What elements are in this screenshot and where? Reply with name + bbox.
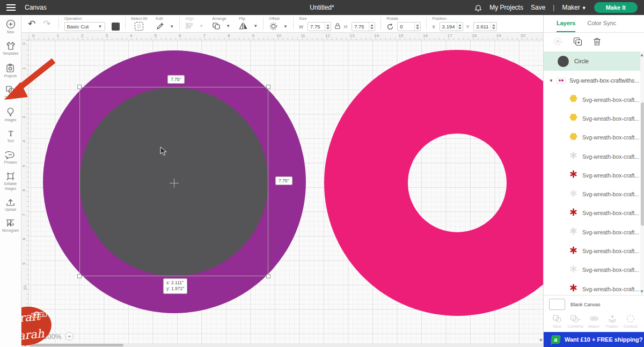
rotate-icon[interactable]: [386, 23, 394, 31]
sidebar-item-images[interactable]: Images: [5, 107, 16, 122]
width-stepper[interactable]: [325, 23, 331, 31]
my-projects-link[interactable]: My Projects: [489, 4, 523, 11]
edit-button[interactable]: [156, 22, 164, 31]
sidebar-item-label: Upload: [5, 208, 16, 212]
layer-row[interactable]: Svg-wreath-box-craft...: [544, 279, 644, 295]
layer-row[interactable]: Svg-wreath-box-craft...: [544, 90, 644, 109]
panel-scrollbar[interactable]: ▲ ▼: [640, 51, 644, 295]
position-y-stepper[interactable]: [491, 23, 496, 31]
position-y-field[interactable]: 2.611: [473, 22, 497, 31]
chevron-down-icon[interactable]: ▼: [283, 24, 288, 29]
ruler-top: 01234567891011121314151617181920: [29, 33, 543, 40]
select-all-label: Select All: [131, 16, 148, 21]
selection-handle-bottom-left[interactable]: [77, 274, 82, 278]
layer-row[interactable]: Svg-wreath-box-craft...: [544, 166, 644, 184]
selection-width-badge: 7.75": [167, 75, 185, 84]
duplicate-icon[interactable]: [573, 37, 582, 48]
delete-trash-icon[interactable]: [593, 37, 601, 48]
layer-row[interactable]: Svg-wreath-box-craft...: [544, 241, 644, 260]
selection-handle-top-right[interactable]: [266, 85, 270, 89]
undo-icon[interactable]: ↶: [28, 18, 35, 29]
sidebar-item-upload[interactable]: Upload: [5, 198, 16, 212]
zoom-in-icon[interactable]: +: [65, 332, 74, 341]
layer-row[interactable]: Svg-wreath-box-craft...: [544, 261, 644, 279]
horizontal-scroll-thumb[interactable]: [30, 344, 123, 346]
panel-scroll-thumb[interactable]: [641, 102, 644, 226]
panel-scroll-down-arrow[interactable]: ▼: [640, 289, 644, 294]
operation-dropdown[interactable]: Basic Cut▼: [64, 22, 105, 31]
layers-panel: Layers Color Sync Circle ▼ Svg-wreath-bo…: [543, 15, 644, 347]
flip-button[interactable]: [239, 22, 248, 30]
machine-selector[interactable]: Maker▼: [562, 4, 586, 11]
attach-icon: [589, 314, 599, 323]
make-it-button[interactable]: Make It: [594, 2, 638, 13]
lock-icon[interactable]: [334, 23, 341, 31]
color-swatch[interactable]: [112, 23, 120, 31]
chevron-down-icon: ▼: [98, 24, 103, 29]
offset-icon: [269, 22, 278, 31]
ruler-number: 4: [21, 140, 26, 142]
ruler-number: 8: [21, 238, 26, 240]
layer-row[interactable]: Svg-wreath-box-craft...: [544, 128, 644, 147]
edit-label: Edit: [156, 16, 174, 21]
blank-canvas-row[interactable]: Blank Canvas: [544, 295, 644, 313]
align-label: Align: [185, 16, 203, 21]
ruler-number: 19: [496, 33, 501, 38]
position-x-stepper[interactable]: [457, 23, 463, 31]
chevron-down-icon[interactable]: ▼: [170, 24, 174, 29]
layer-row[interactable]: Svg-wreath-box-craft...: [544, 109, 644, 128]
red-star-flower-icon: [569, 170, 577, 180]
horizontal-scrollbar[interactable]: [21, 343, 543, 347]
sidebar-item-projects[interactable]: Projects: [4, 63, 17, 78]
width-field[interactable]: 7.75: [308, 22, 331, 31]
flip-label: Flip: [239, 16, 258, 21]
pink-donut-shape[interactable]: [324, 50, 543, 316]
sidebar-item-new[interactable]: New: [6, 19, 16, 34]
gray-star-flower-icon: [569, 227, 577, 237]
layer-row[interactable]: Svg-wreath-box-craft...: [544, 147, 644, 166]
promo-banner[interactable]: a Want £10 + FREE shipping?: [544, 332, 644, 347]
layer-row[interactable]: Svg-wreath-box-craft...: [544, 204, 644, 223]
chevron-down-icon[interactable]: ▼: [549, 78, 553, 83]
ruler-number: 6: [21, 189, 26, 191]
vscroll-down-arrow[interactable]: ▼: [539, 338, 543, 343]
offset-button[interactable]: [269, 22, 278, 31]
rotate-field[interactable]: 0: [397, 22, 421, 31]
sidebar-item-text[interactable]: T Text: [6, 129, 15, 143]
chevron-down-icon[interactable]: ▼: [253, 24, 258, 28]
tab-color-sync[interactable]: Color Sync: [587, 15, 616, 32]
sidebar-item-monogram[interactable]: Monogram: [2, 219, 19, 233]
width-axis-label: W: [299, 24, 303, 29]
x-axis-label: X: [432, 24, 435, 29]
layer-row[interactable]: Svg-wreath-box-craft...: [544, 184, 644, 203]
selection-handle-bottom-right[interactable]: [266, 274, 270, 278]
position-x-field[interactable]: 2.194: [440, 22, 463, 31]
sidebar-item-label: Images: [5, 118, 16, 122]
notifications-bell-icon[interactable]: [474, 4, 482, 12]
rotate-stepper[interactable]: [414, 23, 420, 31]
combine-icon: [570, 314, 581, 323]
selection-handle-top-left[interactable]: [77, 85, 82, 89]
height-stepper[interactable]: [369, 23, 375, 31]
sidebar-item-templates[interactable]: Templates: [3, 41, 19, 56]
arrange-button[interactable]: [212, 22, 221, 30]
sidebar-item-shapes[interactable]: Shapes: [4, 85, 16, 100]
design-canvas[interactable]: 01234567891011121314151617181920 0123456…: [21, 33, 543, 347]
chevron-down-icon[interactable]: ▼: [226, 24, 230, 28]
layer-label: Svg-wreath-box-craft...: [582, 134, 639, 141]
panel-scroll-up-arrow[interactable]: ▲: [640, 53, 644, 57]
menu-icon[interactable]: [0, 0, 21, 15]
tab-layers[interactable]: Layers: [557, 15, 575, 32]
sidebar-item-phrases[interactable]: Phrases: [4, 151, 17, 165]
save-link[interactable]: Save: [531, 4, 545, 11]
select-all-button[interactable]: [135, 22, 143, 31]
layer-group-row[interactable]: ▼ Svg-wreath-box-craftwiths...: [544, 71, 644, 90]
sidebar-item-label: New: [7, 30, 14, 34]
blank-canvas-swatch[interactable]: [549, 299, 565, 310]
layer-row-circle[interactable]: Circle: [544, 51, 644, 71]
sidebar-item-editable-images[interactable]: Editable Images: [0, 172, 21, 191]
pencil-icon: [156, 22, 164, 31]
ruler-number: 0: [21, 42, 26, 45]
layer-row[interactable]: Svg-wreath-box-craft...: [544, 223, 644, 241]
height-field[interactable]: 7.75: [352, 22, 375, 31]
